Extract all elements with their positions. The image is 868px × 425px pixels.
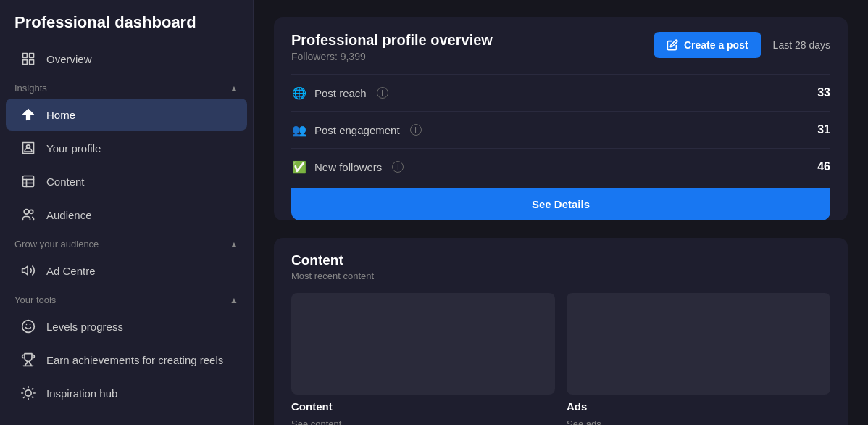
svg-line-21	[24, 397, 25, 397]
svg-rect-1	[30, 54, 34, 58]
post-engagement-info-icon[interactable]: i	[410, 124, 422, 136]
metric-post-reach-left: 🌐 Post reach i	[291, 85, 388, 101]
metric-new-followers-left: ✅ New followers i	[291, 159, 404, 175]
content-icon	[20, 173, 36, 189]
sidebar-item-your-profile-label: Your profile	[46, 142, 101, 154]
insights-section-label: Insights ▲	[0, 75, 253, 98]
content-cards: Content See content Ads See ads	[291, 293, 830, 425]
metric-post-reach-value: 33	[817, 86, 830, 99]
last-days-label: Last 28 days	[773, 39, 830, 51]
your-tools-chevron-icon: ▲	[230, 295, 238, 305]
grow-section-label: Grow your audience ▲	[0, 231, 253, 254]
profile-overview-info: Professional profile overview Followers:…	[291, 32, 493, 62]
content-section-title: Content	[291, 252, 830, 268]
levels-progress-icon	[20, 318, 36, 334]
ad-centre-icon	[20, 263, 36, 278]
ads-card-title: Ads	[567, 400, 830, 413]
profile-overview-subtitle: Followers: 9,399	[291, 51, 493, 62]
sidebar-item-overview[interactable]: Overview	[6, 43, 247, 75]
new-followers-icon: ✅	[291, 159, 307, 175]
sidebar-item-home[interactable]: Home	[6, 99, 247, 131]
content-section: Content Most recent content Content See …	[274, 238, 848, 425]
sidebar: Professional dashboard Overview Insights…	[0, 0, 254, 425]
svg-rect-2	[30, 60, 34, 65]
metric-new-followers-label: New followers	[314, 161, 382, 173]
content-section-subtitle: Most recent content	[291, 271, 830, 281]
svg-rect-4	[23, 176, 34, 187]
insights-chevron-icon: ▲	[230, 83, 238, 94]
content-card-content[interactable]: Content See content	[291, 293, 555, 425]
sidebar-item-ad-centre[interactable]: Ad Centre	[6, 255, 247, 286]
svg-point-14	[25, 390, 31, 396]
inspiration-hub-icon	[20, 385, 36, 401]
audience-icon	[20, 207, 36, 223]
sidebar-item-earn-achievements[interactable]: Earn achievements for creating reels	[6, 344, 247, 376]
sidebar-item-audience[interactable]: Audience	[6, 199, 247, 231]
metric-new-followers-value: 46	[817, 160, 830, 173]
sidebar-item-overview-label: Overview	[46, 53, 92, 65]
see-details-button[interactable]: See Details	[291, 188, 830, 220]
svg-line-18	[32, 397, 33, 397]
sidebar-item-levels-progress-label: Levels progress	[46, 321, 123, 333]
ads-card-subtitle: See ads	[567, 418, 830, 425]
content-thumbnail	[291, 293, 555, 395]
sidebar-item-inspiration-hub[interactable]: Inspiration hub	[6, 377, 247, 409]
sidebar-item-home-label: Home	[46, 109, 75, 121]
post-reach-info-icon[interactable]: i	[377, 87, 388, 99]
svg-point-9	[30, 210, 33, 213]
your-profile-icon	[20, 140, 36, 156]
grow-chevron-icon: ▲	[230, 239, 238, 249]
sidebar-item-your-profile[interactable]: Your profile	[6, 132, 247, 164]
post-engagement-icon: 👥	[291, 122, 307, 138]
svg-rect-3	[23, 60, 28, 65]
sidebar-item-content[interactable]: Content	[6, 165, 247, 197]
create-post-icon	[667, 39, 678, 51]
profile-overview-title: Professional profile overview	[291, 32, 493, 49]
ads-thumbnail	[567, 293, 830, 395]
sidebar-item-ad-centre-label: Ad Centre	[46, 265, 96, 277]
svg-point-8	[24, 210, 29, 215]
metric-post-engagement-value: 31	[817, 123, 830, 136]
metric-post-engagement-left: 👥 Post engagement i	[291, 122, 422, 138]
profile-overview-header: Professional profile overview Followers:…	[291, 32, 830, 62]
sidebar-item-content-label: Content	[46, 176, 85, 188]
earn-achievements-icon	[20, 352, 36, 368]
overview-icon	[20, 51, 36, 67]
metric-post-reach: 🌐 Post reach i 33	[291, 74, 830, 111]
post-reach-icon: 🌐	[291, 85, 307, 101]
main-content: Professional profile overview Followers:…	[254, 0, 868, 425]
metric-new-followers: ✅ New followers i 46	[291, 148, 830, 185]
profile-overview-actions: Create a post Last 28 days	[654, 32, 830, 58]
svg-line-22	[32, 389, 33, 389]
create-post-button[interactable]: Create a post	[654, 32, 761, 58]
sidebar-item-audience-label: Audience	[46, 209, 92, 221]
svg-point-11	[22, 321, 35, 333]
sidebar-item-inspiration-hub-label: Inspiration hub	[46, 387, 117, 400]
svg-rect-0	[23, 54, 28, 58]
new-followers-info-icon[interactable]: i	[392, 161, 404, 173]
svg-marker-10	[22, 266, 28, 275]
home-icon	[20, 107, 36, 123]
your-tools-section-label: Your tools ▲	[0, 287, 253, 310]
profile-overview-card: Professional profile overview Followers:…	[274, 17, 848, 220]
svg-line-17	[24, 389, 25, 389]
content-card-title: Content	[291, 400, 555, 413]
sidebar-item-levels-progress[interactable]: Levels progress	[6, 310, 247, 342]
sidebar-item-earn-achievements-label: Earn achievements for creating reels	[46, 354, 223, 366]
content-card-ads[interactable]: Ads See ads	[567, 293, 830, 425]
content-card-subtitle: See content	[291, 418, 555, 425]
metric-post-reach-label: Post reach	[314, 87, 367, 99]
metric-post-engagement: 👥 Post engagement i 31	[291, 111, 830, 148]
sidebar-title: Professional dashboard	[0, 0, 253, 42]
metric-post-engagement-label: Post engagement	[314, 124, 400, 136]
